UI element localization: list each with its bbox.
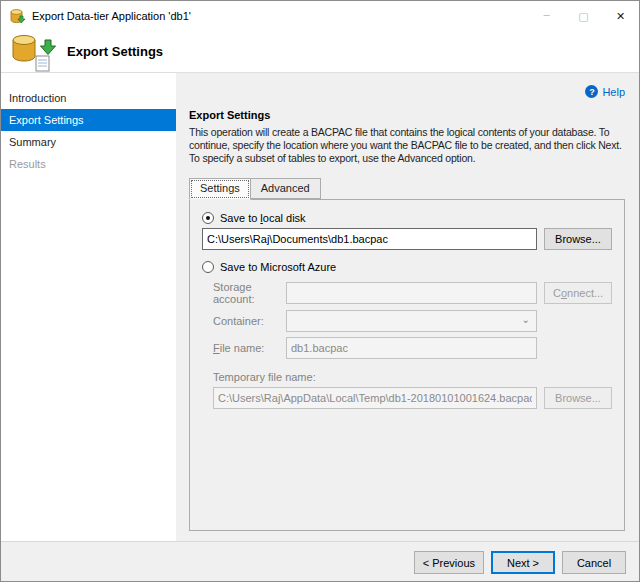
- file-name-row: File name:: [213, 337, 612, 359]
- window-title: Export Data-tier Application 'db1': [32, 10, 191, 22]
- next-button[interactable]: Next >: [491, 551, 555, 574]
- storage-account-label: Storage account:: [213, 281, 286, 305]
- file-name-input: [286, 337, 537, 359]
- chevron-down-icon: ⌄: [522, 315, 530, 325]
- storage-account-row: Storage account: Connect...: [213, 281, 612, 305]
- temp-file-name-input: [213, 387, 537, 409]
- sidebar-item-results: Results: [1, 153, 176, 175]
- temp-file-name-row: Browse...: [213, 387, 612, 409]
- connect-button: Connect...: [544, 282, 612, 304]
- section-description: This operation will create a BACPAC file…: [189, 126, 625, 165]
- file-name-label: File name:: [213, 342, 286, 354]
- help-link[interactable]: ? Help: [585, 85, 625, 98]
- wizard-header: Export Settings: [1, 31, 639, 73]
- previous-button[interactable]: < Previous: [414, 551, 484, 574]
- help-label: Help: [602, 86, 625, 98]
- close-icon[interactable]: ✕: [602, 1, 639, 31]
- save-local-disk-option[interactable]: Save to local disk: [202, 212, 612, 224]
- title-bar[interactable]: Export Data-tier Application 'db1' – ▢ ✕: [1, 1, 639, 31]
- maximize-icon: ▢: [565, 1, 602, 31]
- caption-buttons: – ▢ ✕: [528, 1, 639, 31]
- container-row: Container: ⌄: [213, 310, 612, 332]
- container-label: Container:: [213, 315, 286, 327]
- save-azure-label: Save to Microsoft Azure: [220, 261, 336, 273]
- export-data-tier-dialog: Export Data-tier Application 'db1' – ▢ ✕…: [0, 0, 640, 582]
- local-path-input[interactable]: [202, 228, 537, 250]
- app-database-icon: [9, 8, 26, 25]
- temp-browse-button: Browse...: [544, 387, 612, 409]
- radio-button-icon[interactable]: [202, 212, 214, 224]
- wizard-page-title: Export Settings: [67, 44, 163, 59]
- radio-button-icon[interactable]: [202, 261, 214, 273]
- sidebar-item-summary[interactable]: Summary: [1, 131, 176, 153]
- save-azure-option[interactable]: Save to Microsoft Azure: [202, 261, 612, 273]
- tab-settings[interactable]: Settings: [189, 178, 251, 200]
- wizard-content: ? Help Export Settings This operation wi…: [176, 73, 639, 541]
- section-heading: Export Settings: [189, 109, 625, 121]
- export-database-icon: [9, 32, 59, 72]
- cancel-button[interactable]: Cancel: [562, 551, 626, 574]
- tab-strip: Settings Advanced: [189, 178, 625, 199]
- local-path-row: Browse...: [202, 228, 612, 250]
- help-icon: ?: [585, 85, 598, 98]
- minimize-icon: –: [528, 1, 565, 31]
- tab-advanced[interactable]: Advanced: [250, 178, 321, 199]
- temp-file-name-label: Temporary file name:: [213, 371, 612, 383]
- browse-button[interactable]: Browse...: [544, 228, 612, 250]
- save-local-disk-label: Save to local disk: [220, 212, 306, 224]
- sidebar-item-introduction[interactable]: Introduction: [1, 87, 176, 109]
- storage-account-input: [286, 282, 537, 304]
- sidebar-item-export-settings[interactable]: Export Settings: [1, 109, 176, 131]
- wizard-footer: < Previous Next > Cancel: [1, 541, 639, 582]
- settings-tab-panel: Save to local disk Browse... Save to Mic…: [189, 199, 625, 531]
- wizard-steps-sidebar: Introduction Export Settings Summary Res…: [1, 73, 176, 541]
- container-select: ⌄: [286, 310, 537, 332]
